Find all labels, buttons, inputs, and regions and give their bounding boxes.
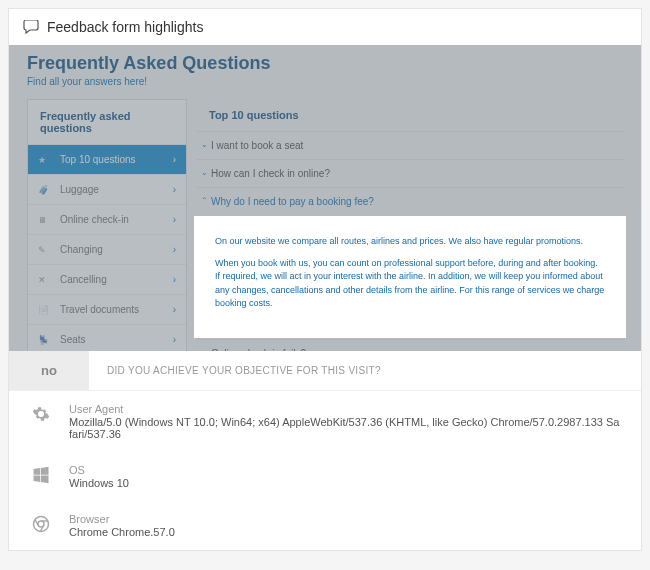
meta-value: Chrome Chrome.57.0 <box>69 526 621 538</box>
sidebar-item-label: Changing <box>60 244 103 255</box>
question-label: Why do I need to pay a booking fee? <box>211 196 374 207</box>
cancel-icon: ✕ <box>38 275 52 285</box>
chevron-up-icon: ⌃ <box>201 196 208 205</box>
faq-question[interactable]: ⌄How can I check in online? <box>197 159 623 187</box>
sidebar-item-label: Cancelling <box>60 274 107 285</box>
windows-icon <box>29 466 53 484</box>
sidebar-item-changing[interactable]: ✎Changing› <box>28 235 186 265</box>
sidebar-item-label: Seats <box>60 334 86 345</box>
page-subtitle: Find all your answers here! <box>27 76 623 87</box>
luggage-icon: 🧳 <box>38 185 52 195</box>
pencil-icon: ✎ <box>38 245 52 255</box>
chevron-down-icon: ⌄ <box>201 140 208 149</box>
screenshot-preview: Frequently Asked Questions Find all your… <box>9 45 641 351</box>
question-label: Online check-in fails? <box>211 348 306 352</box>
faq-page: Frequently Asked Questions Find all your… <box>9 45 641 351</box>
feedback-question: DID YOU ACHIEVE YOUR OBJECTIVE FOR THIS … <box>89 365 641 376</box>
response-no-button[interactable]: no <box>9 351 89 390</box>
chevron-down-icon: ⌄ <box>201 168 208 177</box>
question-label: How can I check in online? <box>211 168 330 179</box>
chevron-right-icon: › <box>173 184 176 195</box>
faq-main: Top 10 questions ⌄I want to book a seat … <box>197 99 623 351</box>
card-header: Feedback form highlights <box>9 9 641 45</box>
meta-value: Mozilla/5.0 (Windows NT 10.0; Win64; x64… <box>69 416 621 440</box>
faq-question[interactable]: ⌄Online check-in fails? <box>197 339 623 352</box>
monitor-icon: 🖥 <box>38 215 52 225</box>
sidebar-item-label: Online check-in <box>60 214 129 225</box>
star-icon: ★ <box>38 155 52 165</box>
meta-user-agent: User Agent Mozilla/5.0 (Windows NT 10.0;… <box>9 391 641 452</box>
document-icon: 📄 <box>38 305 52 315</box>
meta-value: Windows 10 <box>69 477 621 489</box>
sidebar-item-checkin[interactable]: 🖥Online check-in› <box>28 205 186 235</box>
meta-browser: Browser Chrome Chrome.57.0 <box>9 501 641 550</box>
sidebar-item-cancelling[interactable]: ✕Cancelling› <box>28 265 186 295</box>
feedback-bar: no DID YOU ACHIEVE YOUR OBJECTIVE FOR TH… <box>9 351 641 391</box>
card-title: Feedback form highlights <box>47 19 203 35</box>
faq-answer: On our website we compare all routes, ai… <box>197 219 623 335</box>
question-label: I want to book a seat <box>211 140 303 151</box>
highlighted-region: On our website we compare all routes, ai… <box>197 219 623 335</box>
meta-label: User Agent <box>69 403 621 415</box>
meta-os: OS Windows 10 <box>9 452 641 501</box>
chevron-down-icon: ⌄ <box>201 348 208 352</box>
chevron-right-icon: › <box>173 334 176 345</box>
sidebar-item-top10[interactable]: ★Top 10 questions› <box>28 145 186 175</box>
answer-paragraph: When you book with us, you can count on … <box>215 257 605 311</box>
page-title: Frequently Asked Questions <box>27 53 623 74</box>
main-header: Top 10 questions <box>197 99 623 131</box>
chevron-right-icon: › <box>173 304 176 315</box>
faq-question-active[interactable]: ⌃Why do I need to pay a booking fee? <box>197 187 623 215</box>
sidebar-item-label: Luggage <box>60 184 99 195</box>
meta-label: Browser <box>69 513 621 525</box>
answer-paragraph: On our website we compare all routes, ai… <box>215 235 605 249</box>
faq-question[interactable]: ⌄I want to book a seat <box>197 131 623 159</box>
sidebar-header: Frequently asked questions <box>28 100 186 145</box>
sidebar-item-luggage[interactable]: 🧳Luggage› <box>28 175 186 205</box>
seat-icon: 💺 <box>38 335 52 345</box>
chevron-right-icon: › <box>173 214 176 225</box>
gear-icon <box>29 405 53 423</box>
meta-label: OS <box>69 464 621 476</box>
chevron-right-icon: › <box>173 244 176 255</box>
chevron-right-icon: › <box>173 274 176 285</box>
faq-sidebar: Frequently asked questions ★Top 10 quest… <box>27 99 187 351</box>
feedback-highlights-card: Feedback form highlights Frequently Aske… <box>8 8 642 551</box>
sidebar-item-seats[interactable]: 💺Seats› <box>28 325 186 351</box>
sidebar-item-documents[interactable]: 📄Travel documents› <box>28 295 186 325</box>
sidebar-item-label: Top 10 questions <box>60 154 136 165</box>
speech-bubble-icon <box>23 20 39 34</box>
chevron-right-icon: › <box>173 154 176 165</box>
sidebar-item-label: Travel documents <box>60 304 139 315</box>
chrome-icon <box>29 515 53 533</box>
